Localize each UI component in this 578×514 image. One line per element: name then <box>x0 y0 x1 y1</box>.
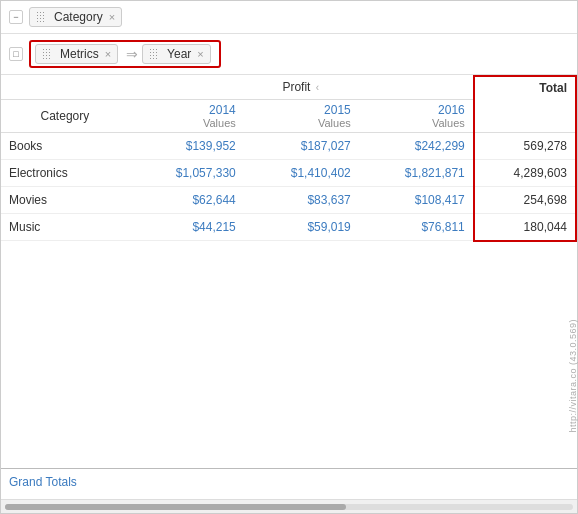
total-col-header: Total <box>474 76 576 99</box>
empty-row <box>1 361 576 391</box>
horizontal-scrollbar[interactable] <box>1 499 577 513</box>
table-row: Music $44,215 $59,019 $76,811 180,044 <box>1 213 576 241</box>
music-2016: $76,811 <box>359 213 474 241</box>
year-2014-header[interactable]: 2014 Values <box>129 99 244 132</box>
empty-row <box>1 301 576 331</box>
collapse-icon-1[interactable]: − <box>9 10 23 24</box>
music-2015: $59,019 <box>244 213 359 241</box>
metrics-chip-label: Metrics <box>60 47 99 61</box>
electronics-2014: $1,057,330 <box>129 159 244 186</box>
table-row: Books $139,952 $187,027 $242,299 569,278 <box>1 132 576 159</box>
category-electronics: Electronics <box>1 159 129 186</box>
data-table: Profit ‹ Total Category 2014 Values 2 <box>1 75 577 391</box>
profit-header-row: Profit ‹ Total <box>1 76 576 99</box>
table-body: Books $139,952 $187,027 $242,299 569,278… <box>1 132 576 391</box>
movies-total: 254,698 <box>474 186 576 213</box>
filter-row-metrics-year: □ Metrics × ⇒ Year × <box>1 34 577 75</box>
music-2014: $44,215 <box>129 213 244 241</box>
grand-total-label: Grand Totals <box>9 475 77 489</box>
metrics-chip-close[interactable]: × <box>105 49 111 60</box>
side-watermark: http://vitara.co (43.0.569) <box>568 319 578 433</box>
empty-row <box>1 331 576 361</box>
empty-row <box>1 241 576 271</box>
books-2014: $139,952 <box>129 132 244 159</box>
table-area: Profit ‹ Total Category 2014 Values 2 <box>1 75 577 481</box>
filter-row-category: − Category × <box>1 1 577 34</box>
drag-handle-metrics <box>42 48 52 60</box>
metrics-chip[interactable]: Metrics × <box>35 44 118 64</box>
table-row: Movies $62,644 $83,637 $108,417 254,698 <box>1 186 576 213</box>
books-2015: $187,027 <box>244 132 359 159</box>
year-2015-header[interactable]: 2015 Values <box>244 99 359 132</box>
music-total: 180,044 <box>474 213 576 241</box>
year-chip[interactable]: Year × <box>142 44 211 64</box>
year-chip-label: Year <box>167 47 191 61</box>
drag-icon-category <box>36 11 46 23</box>
drag-handle-category <box>36 11 46 23</box>
drag-icon-metrics <box>42 48 52 60</box>
category-chip[interactable]: Category × <box>29 7 122 27</box>
drag-handle-year <box>149 48 159 60</box>
metrics-year-border-box: Metrics × ⇒ Year × <box>29 40 221 68</box>
category-col-label: Category <box>1 99 129 132</box>
movies-2016: $108,417 <box>359 186 474 213</box>
profit-header[interactable]: Profit ‹ <box>129 76 474 99</box>
main-container: − Category × □ Metrics × ⇒ <box>0 0 578 514</box>
table-row: Electronics $1,057,330 $1,410,402 $1,821… <box>1 159 576 186</box>
total-values-header <box>474 99 576 132</box>
drag-icon-year <box>149 48 159 60</box>
year-header-row: Category 2014 Values 2015 Values 2016 Va… <box>1 99 576 132</box>
category-col-header <box>1 76 129 99</box>
scrollbar-track <box>5 504 573 510</box>
grand-total-row: Grand Totals <box>1 468 577 495</box>
category-books: Books <box>1 132 129 159</box>
books-total: 569,278 <box>474 132 576 159</box>
profit-sort-arrow[interactable]: ‹ <box>316 82 319 93</box>
category-movies: Movies <box>1 186 129 213</box>
category-music: Music <box>1 213 129 241</box>
movies-2015: $83,637 <box>244 186 359 213</box>
electronics-2015: $1,410,402 <box>244 159 359 186</box>
books-2016: $242,299 <box>359 132 474 159</box>
empty-row <box>1 271 576 301</box>
year-chip-close[interactable]: × <box>197 49 203 60</box>
scrollbar-thumb[interactable] <box>5 504 346 510</box>
category-chip-close[interactable]: × <box>109 12 115 23</box>
movies-2014: $62,644 <box>129 186 244 213</box>
electronics-2016: $1,821,871 <box>359 159 474 186</box>
electronics-total: 4,289,603 <box>474 159 576 186</box>
collapse-icon-2[interactable]: □ <box>9 47 23 61</box>
year-2016-header[interactable]: 2016 Values <box>359 99 474 132</box>
arrow-between-chips: ⇒ <box>126 46 138 62</box>
category-chip-label: Category <box>54 10 103 24</box>
